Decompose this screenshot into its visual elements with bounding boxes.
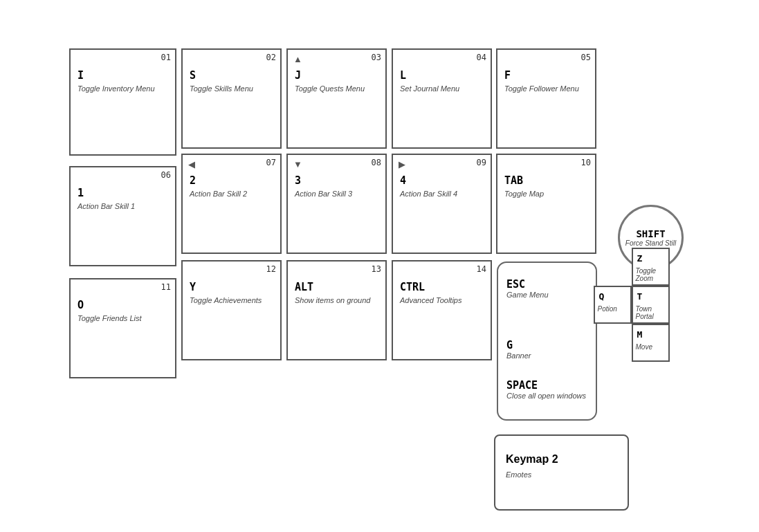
esc-key-desc-2: Close all open windows	[506, 392, 586, 400]
key-num-12: 12	[266, 264, 276, 274]
circle-key-desc: Force Stand Still	[625, 239, 676, 247]
key-num-05: 05	[581, 53, 591, 62]
key-cell-04: 04LSet Journal Menu	[392, 48, 492, 149]
key-cell-10: 10TABToggle Map	[496, 154, 596, 254]
key-num-08: 08	[372, 158, 381, 167]
key-num-01: 01	[161, 53, 171, 62]
key-desc-06: Action Bar Skill 1	[77, 202, 135, 210]
esc-key-label-0: ESC	[506, 278, 525, 291]
key-cell-06: 061Action Bar Skill 1	[69, 166, 176, 266]
key-num-03: 03	[372, 53, 381, 62]
key-desc-04: Set Journal Menu	[400, 84, 459, 93]
key-desc-03: Toggle Quests Menu	[295, 84, 365, 93]
key-cell-14: 14CTRLAdvanced Tooltips	[392, 260, 492, 360]
cross-key-desc-z: Toggle Zoom	[636, 267, 667, 282]
key-desc-11: Toggle Friends List	[77, 314, 142, 322]
esc-key-label-1: G	[506, 339, 513, 351]
key-label-01: I	[77, 69, 84, 82]
key-cell-01: 01IToggle Inventory Menu	[69, 48, 176, 156]
cross-key-q: QPotion	[594, 286, 632, 324]
key-label-04: L	[400, 69, 406, 82]
key-desc-08: Action Bar Skill 3	[295, 190, 352, 198]
esc-key-label-2: SPACE	[506, 379, 538, 392]
key-cell-03: 03▲JToggle Quests Menu	[286, 48, 387, 149]
key-cell-02: 02SToggle Skills Menu	[181, 48, 282, 149]
key-num-09: 09	[477, 158, 486, 167]
key-num-04: 04	[477, 53, 486, 62]
esc-rounded-area: ESCGame MenuGBannerSPACEClose all open w…	[497, 262, 597, 421]
key-num-06: 06	[161, 170, 171, 180]
key-cell-09: 09▶4Action Bar Skill 4	[392, 154, 492, 254]
arrow-indicator-09: ▶	[399, 159, 405, 169]
key-desc-02: Toggle Skills Menu	[190, 84, 253, 93]
key-label-08: 3	[295, 174, 301, 187]
key-cell-12: 12YToggle Achievements	[181, 260, 282, 360]
cross-key-label-q: Q	[599, 291, 605, 302]
key-desc-09: Action Bar Skill 4	[400, 190, 457, 198]
key-cell-07: 07◀2Action Bar Skill 2	[181, 154, 282, 254]
cross-key-t: TTown Portal	[632, 286, 670, 324]
esc-key-desc-1: Banner	[506, 351, 531, 360]
key-label-11: O	[77, 299, 84, 311]
esc-key-desc-0: Game Menu	[506, 291, 549, 299]
key-num-02: 02	[266, 53, 276, 62]
key-desc-12: Toggle Achievements	[190, 296, 262, 304]
key-label-02: S	[190, 69, 196, 82]
keymap2-desc: Emotes	[506, 470, 531, 479]
key-num-14: 14	[477, 264, 486, 274]
key-label-05: F	[504, 69, 511, 82]
arrow-indicator-08: ▼	[293, 159, 302, 169]
key-label-06: 1	[77, 187, 84, 199]
arrow-indicator-07: ◀	[188, 159, 195, 169]
key-desc-13: Show items on ground	[295, 296, 370, 304]
key-label-12: Y	[190, 281, 196, 293]
key-label-07: 2	[190, 174, 196, 187]
cross-key-label-m: M	[637, 329, 643, 340]
arrow-indicator-03: ▲	[293, 54, 302, 64]
cross-key-label-t: T	[637, 291, 643, 302]
key-cell-08: 08▼3Action Bar Skill 3	[286, 154, 387, 254]
key-num-07: 07	[266, 158, 276, 167]
key-desc-07: Action Bar Skill 2	[190, 190, 247, 198]
key-num-13: 13	[372, 264, 381, 274]
keymap2-title: Keymap 2	[506, 453, 558, 466]
key-cell-13: 13ALTShow items on ground	[286, 260, 387, 360]
key-label-03: J	[295, 69, 301, 82]
cross-key-desc-m: Move	[636, 343, 667, 351]
cross-key-desc-q: Potion	[598, 305, 629, 313]
cross-key-z: ZToggle Zoom	[632, 248, 670, 286]
cross-key-m: MMove	[632, 324, 670, 362]
key-label-10: TAB	[504, 174, 523, 187]
key-desc-01: Toggle Inventory Menu	[77, 84, 155, 93]
key-desc-05: Toggle Follower Menu	[504, 84, 579, 93]
key-label-13: ALT	[295, 281, 313, 293]
key-num-10: 10	[581, 158, 591, 167]
key-desc-10: Toggle Map	[504, 190, 544, 198]
key-num-11: 11	[161, 282, 171, 292]
key-cell-05: 05FToggle Follower Menu	[496, 48, 596, 149]
key-desc-14: Advanced Tooltips	[400, 296, 462, 304]
circle-key-label: SHIFT	[636, 228, 665, 239]
cross-key-label-z: Z	[637, 253, 643, 264]
keymap2-box[interactable]: Keymap 2Emotes	[494, 434, 629, 511]
key-label-14: CTRL	[400, 281, 425, 293]
key-label-09: 4	[400, 174, 406, 187]
cross-key-desc-t: Town Portal	[636, 305, 667, 320]
key-cell-11: 11OToggle Friends List	[69, 278, 176, 378]
